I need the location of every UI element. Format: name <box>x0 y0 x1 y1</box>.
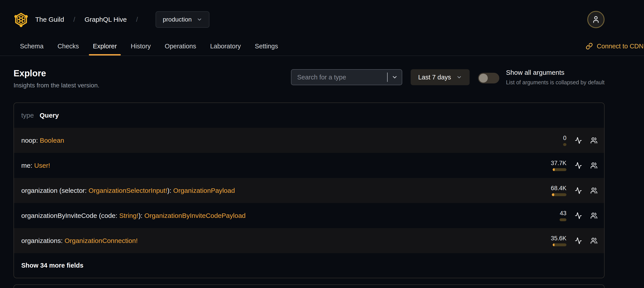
type-reference-link[interactable]: Boolean <box>40 137 64 144</box>
field-metrics: 0 <box>552 135 598 146</box>
toggle-knob <box>479 74 488 83</box>
usage-stat: 0 <box>552 135 566 146</box>
tab-checks[interactable]: Checks <box>58 37 79 56</box>
usage-clients-button[interactable] <box>590 137 598 144</box>
usage-activity-button[interactable] <box>575 212 582 219</box>
show-more-row: Show 34 more fields <box>14 253 604 278</box>
usage-count: 35.6K <box>551 235 566 242</box>
usage-stat: 37.7K <box>552 160 566 171</box>
type-card-rows: noop: Boolean0me: User!37.7Korganization… <box>14 128 604 253</box>
usage-count: 0 <box>563 135 566 142</box>
usage-bar <box>553 168 566 171</box>
chevron-down-icon <box>392 74 398 80</box>
tab-bar: SchemaChecksExplorerHistoryOperationsLab… <box>0 37 644 56</box>
tab-schema[interactable]: Schema <box>20 37 44 56</box>
type-reference-link[interactable]: OrganizationSelectorInput! <box>89 187 167 194</box>
type-card-query: type Query noop: Boolean0me: User!37.7Ko… <box>14 103 604 278</box>
field-text-segment: organization (selector: <box>21 187 89 194</box>
activity-icon <box>575 237 582 244</box>
field-row-noop: noop: Boolean0 <box>14 128 604 153</box>
usage-bar-fill <box>552 193 554 196</box>
usage-bar-fill <box>553 243 554 246</box>
usage-bar-fill <box>553 168 555 171</box>
usage-bar <box>552 193 566 196</box>
usage-clients-button[interactable] <box>590 237 598 244</box>
users-icon <box>590 137 598 144</box>
usage-bar <box>553 243 566 246</box>
breadcrumb-separator: / <box>136 16 138 23</box>
usage-clients-button[interactable] <box>590 187 598 194</box>
type-reference-link[interactable]: User! <box>34 162 50 169</box>
period-value: Last 7 days <box>418 74 451 81</box>
user-menu-button[interactable] <box>587 11 604 28</box>
usage-bar <box>563 143 566 146</box>
target-selector-dropdown[interactable]: production <box>156 11 210 28</box>
breadcrumb-org[interactable]: The Guild <box>35 16 64 23</box>
usage-activity-button[interactable] <box>575 187 582 194</box>
tab-settings[interactable]: Settings <box>255 37 278 56</box>
usage-count: 43 <box>560 210 566 217</box>
connect-to-cdn-link[interactable]: Connect to CDN <box>586 43 644 50</box>
type-kind-label: type <box>21 112 34 119</box>
type-search-input[interactable] <box>292 70 387 85</box>
period-dropdown[interactable]: Last 7 days <box>411 69 470 85</box>
field-text-segment: organizations: <box>21 237 64 244</box>
type-reference-link[interactable]: OrganizationConnection! <box>64 237 138 244</box>
type-name[interactable]: Query <box>40 112 59 119</box>
arguments-toggle-group: Show all arguments List of arguments is … <box>478 69 604 86</box>
field-row-organizations: organizations: OrganizationConnection!35… <box>14 228 604 253</box>
toggle-description: List of arguments is collapsed by defaul… <box>506 79 604 86</box>
breadcrumb-separator: / <box>73 16 75 23</box>
users-icon <box>590 212 598 219</box>
page-subtitle: Insights from the latest version. <box>14 82 291 89</box>
tab-operations[interactable]: Operations <box>165 37 196 56</box>
usage-activity-button[interactable] <box>575 162 582 169</box>
type-reference-link[interactable]: String! <box>119 212 138 219</box>
target-selector-value: production <box>163 16 192 23</box>
field-signature: organizationByInviteCode (code: String!)… <box>21 212 552 219</box>
tab-explorer[interactable]: Explorer <box>93 37 117 56</box>
hive-logo-icon[interactable] <box>14 12 28 27</box>
show-more-fields-button[interactable]: Show 34 more fields <box>21 262 83 269</box>
field-text-segment: ): <box>138 212 144 219</box>
app-header: The Guild / GraphQL Hive / production <box>14 0 604 37</box>
type-reference-link[interactable]: OrganizationByInviteCodePayload <box>144 212 246 219</box>
field-row-organizationByInviteCode: organizationByInviteCode (code: String!)… <box>14 203 604 228</box>
activity-icon <box>575 162 582 169</box>
field-text-segment: me: <box>21 162 34 169</box>
activity-icon <box>575 187 582 194</box>
usage-stat: 43 <box>552 210 566 221</box>
field-text-segment: ): <box>167 187 173 194</box>
tab-history[interactable]: History <box>131 37 151 56</box>
usage-activity-button[interactable] <box>575 137 582 144</box>
show-all-arguments-toggle[interactable] <box>478 73 499 83</box>
usage-count: 68.4K <box>551 185 566 192</box>
usage-stat: 68.4K <box>552 185 566 196</box>
field-signature: organization (selector: OrganizationSele… <box>21 187 552 194</box>
field-row-me: me: User!37.7K <box>14 153 604 178</box>
usage-count: 37.7K <box>551 160 566 167</box>
field-signature: noop: Boolean <box>21 137 552 144</box>
activity-icon <box>575 137 582 144</box>
user-icon <box>592 16 600 24</box>
tabs-list: SchemaChecksExplorerHistoryOperationsLab… <box>14 37 278 56</box>
usage-clients-button[interactable] <box>590 212 598 219</box>
usage-activity-button[interactable] <box>575 237 582 244</box>
users-icon <box>590 187 598 194</box>
usage-bar <box>560 218 566 221</box>
page-title: Explore <box>14 68 291 78</box>
tab-laboratory[interactable]: Laboratory <box>210 37 241 56</box>
breadcrumb-project[interactable]: GraphQL Hive <box>84 16 127 23</box>
users-icon <box>590 237 598 244</box>
usage-stat: 35.6K <box>552 235 566 246</box>
link-icon <box>586 43 593 50</box>
type-search-combobox[interactable] <box>291 69 402 85</box>
toggle-label: Show all arguments <box>506 69 604 76</box>
field-metrics: 35.6K <box>552 235 598 246</box>
type-card-header: type Query <box>14 103 604 128</box>
field-text-segment: noop: <box>21 137 40 144</box>
usage-clients-button[interactable] <box>590 162 598 169</box>
type-reference-link[interactable]: OrganizationPayload <box>173 187 235 194</box>
search-dropdown-button[interactable] <box>388 74 402 80</box>
field-row-organization: organization (selector: OrganizationSele… <box>14 178 604 203</box>
